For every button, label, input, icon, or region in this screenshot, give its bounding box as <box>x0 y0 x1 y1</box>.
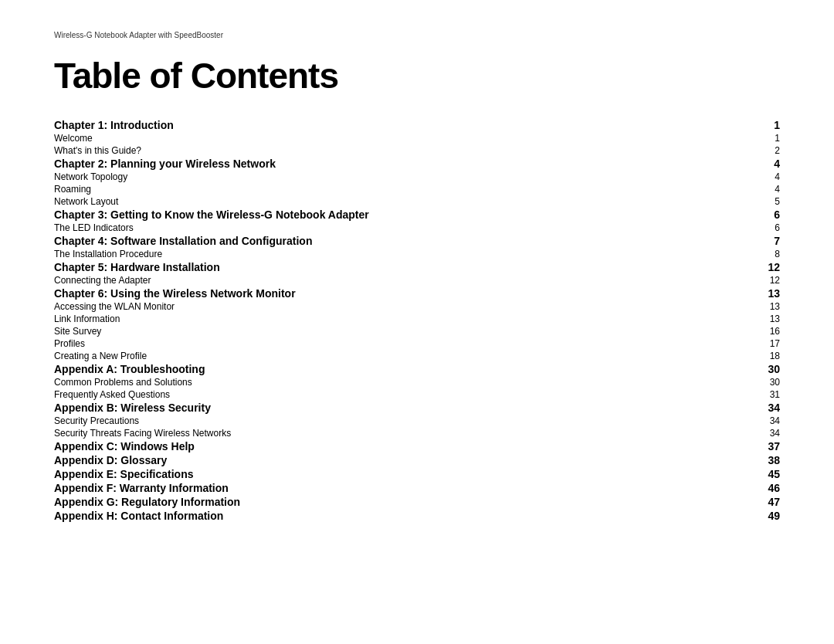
toc-entry-page: 37 <box>693 439 780 453</box>
toc-chapter-row: Appendix G: Regulatory Information47 <box>54 495 780 509</box>
toc-entry-page: 12 <box>693 274 780 286</box>
toc-entry-label: Roaming <box>54 183 693 195</box>
toc-sub-row: The Installation Procedure8 <box>54 248 780 260</box>
toc-entry-page: 38 <box>693 453 780 467</box>
toc-entry-label: Appendix F: Warranty Information <box>54 481 693 495</box>
toc-entry-label: Common Problems and Solutions <box>54 376 693 388</box>
toc-entry-page: 4 <box>693 183 780 195</box>
toc-sub-row: Common Problems and Solutions30 <box>54 376 780 388</box>
toc-chapter-row: Chapter 5: Hardware Installation12 <box>54 260 780 274</box>
toc-sub-row: Frequently Asked Questions31 <box>54 388 780 401</box>
toc-entry-label: Chapter 5: Hardware Installation <box>54 260 693 274</box>
toc-sub-row: Roaming4 <box>54 183 780 195</box>
toc-entry-label: Security Precautions <box>54 415 693 427</box>
toc-entry-label: Profiles <box>54 337 693 350</box>
toc-entry-page: 16 <box>693 325 780 337</box>
toc-entry-label: Chapter 6: Using the Wireless Network Mo… <box>54 286 693 300</box>
toc-entry-page: 17 <box>693 337 780 350</box>
toc-entry-page: 31 <box>693 388 780 401</box>
toc-chapter-row: Appendix A: Troubleshooting30 <box>54 362 780 376</box>
toc-entry-page: 45 <box>693 467 780 481</box>
toc-entry-page: 49 <box>693 509 780 523</box>
toc-sub-row: Network Topology4 <box>54 171 780 183</box>
toc-chapter-row: Appendix F: Warranty Information46 <box>54 481 780 495</box>
page-title: Table of Contents <box>54 55 780 97</box>
toc-entry-page: 7 <box>693 234 780 248</box>
toc-entry-label: Appendix C: Windows Help <box>54 439 693 453</box>
toc-sub-row: Connecting the Adapter12 <box>54 274 780 286</box>
toc-entry-page: 47 <box>693 495 780 509</box>
toc-sub-row: Welcome1 <box>54 132 780 144</box>
toc-sub-row: Security Precautions34 <box>54 415 780 427</box>
toc-entry-label: The Installation Procedure <box>54 248 693 260</box>
doc-header: Wireless-G Notebook Adapter with SpeedBo… <box>54 31 780 39</box>
toc-entry-page: 46 <box>693 481 780 495</box>
toc-entry-page: 34 <box>693 415 780 427</box>
toc-entry-page: 30 <box>693 376 780 388</box>
toc-entry-label: What's in this Guide? <box>54 144 693 157</box>
toc-table: Chapter 1: Introduction1Welcome1What's i… <box>54 118 780 523</box>
toc-entry-page: 8 <box>693 248 780 260</box>
toc-entry-label: Appendix A: Troubleshooting <box>54 362 693 376</box>
toc-entry-page: 6 <box>693 222 780 234</box>
toc-entry-page: 18 <box>693 350 780 362</box>
toc-sub-row: Accessing the WLAN Monitor13 <box>54 300 780 313</box>
toc-chapter-row: Appendix C: Windows Help37 <box>54 439 780 453</box>
toc-chapter-row: Appendix D: Glossary38 <box>54 453 780 467</box>
toc-entry-label: Appendix D: Glossary <box>54 453 693 467</box>
toc-sub-row: The LED Indicators6 <box>54 222 780 234</box>
toc-entry-label: Security Threats Facing Wireless Network… <box>54 427 693 439</box>
toc-entry-label: Chapter 2: Planning your Wireless Networ… <box>54 157 693 171</box>
toc-entry-page: 13 <box>693 313 780 325</box>
toc-sub-row: What's in this Guide?2 <box>54 144 780 157</box>
toc-entry-label: Chapter 4: Software Installation and Con… <box>54 234 693 248</box>
toc-entry-page: 4 <box>693 157 780 171</box>
toc-entry-label: Appendix H: Contact Information <box>54 509 693 523</box>
toc-entry-label: Appendix B: Wireless Security <box>54 401 693 415</box>
toc-chapter-row: Chapter 6: Using the Wireless Network Mo… <box>54 286 780 300</box>
toc-chapter-row: Chapter 2: Planning your Wireless Networ… <box>54 157 780 171</box>
toc-entry-label: Creating a New Profile <box>54 350 693 362</box>
toc-sub-row: Site Survey16 <box>54 325 780 337</box>
toc-chapter-row: Chapter 4: Software Installation and Con… <box>54 234 780 248</box>
toc-entry-page: 34 <box>693 401 780 415</box>
toc-chapter-row: Appendix B: Wireless Security34 <box>54 401 780 415</box>
toc-entry-page: 13 <box>693 300 780 313</box>
toc-entry-page: 1 <box>693 118 780 132</box>
toc-entry-label: Network Layout <box>54 195 693 208</box>
toc-entry-page: 5 <box>693 195 780 208</box>
toc-entry-page: 34 <box>693 427 780 439</box>
toc-entry-page: 4 <box>693 171 780 183</box>
toc-chapter-row: Chapter 1: Introduction1 <box>54 118 780 132</box>
toc-entry-label: Chapter 1: Introduction <box>54 118 693 132</box>
toc-entry-label: The LED Indicators <box>54 222 693 234</box>
toc-entry-label: Site Survey <box>54 325 693 337</box>
toc-chapter-row: Appendix H: Contact Information49 <box>54 509 780 523</box>
toc-entry-label: Link Information <box>54 313 693 325</box>
toc-sub-row: Security Threats Facing Wireless Network… <box>54 427 780 439</box>
toc-entry-label: Accessing the WLAN Monitor <box>54 300 693 313</box>
toc-entry-label: Network Topology <box>54 171 693 183</box>
page: Wireless-G Notebook Adapter with SpeedBo… <box>0 0 834 644</box>
toc-sub-row: Profiles17 <box>54 337 780 350</box>
toc-chapter-row: Chapter 3: Getting to Know the Wireless-… <box>54 208 780 222</box>
toc-entry-page: 2 <box>693 144 780 157</box>
toc-entry-label: Appendix G: Regulatory Information <box>54 495 693 509</box>
toc-entry-page: 13 <box>693 286 780 300</box>
toc-entry-label: Chapter 3: Getting to Know the Wireless-… <box>54 208 693 222</box>
toc-entry-page: 6 <box>693 208 780 222</box>
toc-entry-page: 12 <box>693 260 780 274</box>
toc-entry-label: Welcome <box>54 132 693 144</box>
toc-entry-label: Appendix E: Specifications <box>54 467 693 481</box>
toc-chapter-row: Appendix E: Specifications45 <box>54 467 780 481</box>
toc-entry-label: Frequently Asked Questions <box>54 388 693 401</box>
toc-entry-page: 30 <box>693 362 780 376</box>
toc-sub-row: Network Layout5 <box>54 195 780 208</box>
toc-sub-row: Link Information13 <box>54 313 780 325</box>
toc-entry-page: 1 <box>693 132 780 144</box>
toc-entry-label: Connecting the Adapter <box>54 274 693 286</box>
toc-sub-row: Creating a New Profile18 <box>54 350 780 362</box>
